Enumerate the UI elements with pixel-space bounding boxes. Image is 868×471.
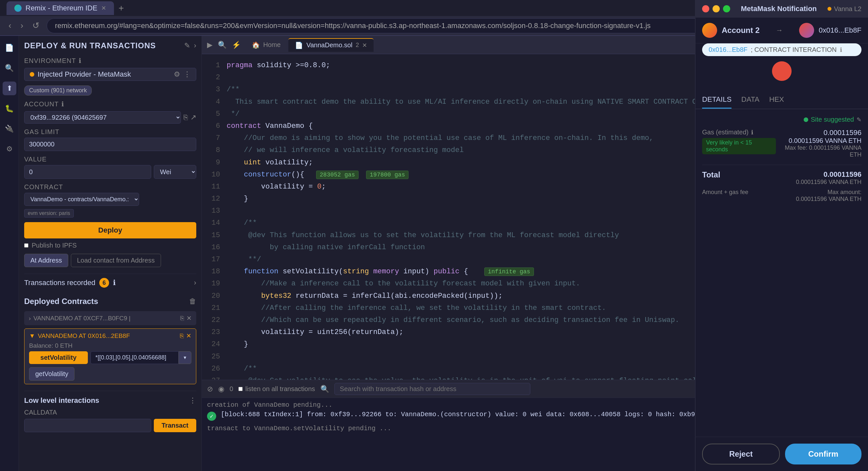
console-clear-icon[interactable]: ⊘ (207, 385, 213, 393)
network-dot (30, 72, 34, 77)
transactions-label: Transactions recorded (24, 278, 95, 287)
mm-gas-left: Gas (estimated) ℹ Very likely in < 15 se… (702, 129, 776, 154)
icon-bar-plugin[interactable]: 🔌 (3, 122, 16, 136)
mm-contract-avatar (799, 23, 814, 38)
info-icon: ℹ (79, 57, 82, 65)
contract-group: CONTRACT VannaDemo - contracts/VannaDemo… (24, 183, 196, 217)
set-volatility-input[interactable] (90, 351, 179, 364)
mm-network: Vanna L2 (828, 5, 862, 13)
load-contract-button[interactable]: Load contact from Address (71, 254, 161, 267)
mm-traffic-lights (702, 5, 730, 12)
contract-1-close[interactable]: ✕ (186, 314, 192, 322)
mm-total-value: 0.00011596 0.00011596 VANNA ETH (796, 170, 862, 186)
mm-interaction-badge: 0x016...Eb8F ; CONTRACT INTERACTION ℹ (702, 43, 862, 56)
forward-button[interactable]: › (19, 19, 26, 33)
deploy-button[interactable]: Deploy (24, 222, 196, 238)
contract-2-copy[interactable]: ⎘ (180, 332, 184, 340)
external-link-icon[interactable]: ↗ (190, 113, 196, 122)
mm-gas-label: Gas (estimated) ℹ (702, 129, 776, 136)
low-level-title: Low level interactions (24, 396, 99, 405)
account-select[interactable]: 0xf39...92266 (904625697 (24, 111, 181, 124)
expand-icon[interactable]: › (194, 41, 196, 50)
tab-vannademo[interactable]: 📄 VannaDemo.sol 2 ✕ (288, 38, 374, 52)
delete-icon[interactable]: 🗑 (189, 297, 196, 306)
icon-bar: 📄 🔍 ⬆ 🐛 🔌 ⚙ (0, 36, 19, 471)
mm-content: Site suggested ✎ Gas (estimated) ℹ Very … (695, 109, 868, 437)
icon-bar-settings[interactable]: ⚙ (3, 142, 16, 156)
tx-expand-icon[interactable]: › (194, 278, 196, 287)
mm-divider (702, 165, 862, 165)
mm-title: MetaMask Notification (741, 5, 817, 13)
contract-1-label: VANNADEMO AT 0XCF7...B0FC9 | (33, 315, 130, 322)
gas-limit-input[interactable] (24, 138, 196, 151)
environment-select[interactable]: Injected Provider - MetaMask ⚙ ⋮ (24, 68, 196, 81)
mm-tab-data[interactable]: DATA (741, 91, 759, 109)
edit-icon[interactable]: ✎ (184, 41, 190, 50)
at-address-button[interactable]: At Address (24, 254, 68, 267)
icon-bar-search[interactable]: 🔍 (3, 61, 16, 75)
analyze-icon[interactable]: ⚡ (232, 41, 241, 49)
tab-home[interactable]: 🏠 Home (245, 38, 287, 52)
transact-button[interactable]: Transact (154, 419, 196, 432)
home-icon: 🏠 (252, 41, 260, 49)
set-volatility-button[interactable]: setVolatility (29, 351, 88, 364)
mm-maximize-dot[interactable] (723, 5, 730, 12)
refresh-button[interactable]: ↺ (30, 19, 41, 33)
contract-item-1-header[interactable]: › VANNADEMO AT 0XCF7...B0FC9 | ⎘ ✕ (29, 314, 192, 322)
contract-1-expand[interactable]: › (29, 315, 31, 322)
mm-close-dot[interactable] (702, 5, 709, 12)
mm-likely-badge: Very likely in < 15 seconds (702, 138, 776, 154)
browser-tab-remix[interactable]: Remix - Ethereum IDE ✕ (6, 1, 114, 15)
contract-item-2-header[interactable]: ▼ VANNADEMO AT 0X016...2EB8F ⎘ ✕ (29, 332, 191, 340)
deploy-panel: DEPLOY & RUN TRANSACTIONS ✎ › ENVIRONMEN… (19, 36, 202, 471)
mm-tab-details[interactable]: DETAILS (702, 91, 732, 109)
more-icon[interactable]: ⋮ (184, 70, 191, 78)
mm-site-label: Site suggested (811, 116, 854, 123)
contract-select[interactable]: VannaDemo - contracts/VannaDemo.: (24, 193, 139, 206)
console-stream-icon[interactable]: ◉ (218, 385, 224, 393)
icon-bar-debug[interactable]: 🐛 (3, 102, 16, 115)
mm-account-row: Account 2 → 0x016...Eb8F (695, 18, 868, 43)
icon-bar-deploy[interactable]: ⬆ (3, 81, 16, 95)
value-input[interactable] (24, 165, 151, 179)
transactions-left: Transactions recorded 6 ℹ (24, 278, 116, 288)
mm-edit-icon[interactable]: ✎ (857, 116, 862, 123)
copy-icon[interactable]: ⎘ (184, 113, 188, 122)
set-volatility-row: setVolatility ▼ (29, 351, 191, 364)
low-level-more[interactable]: ⋮ (189, 396, 196, 405)
set-volatility-dropdown[interactable]: ▼ (179, 351, 191, 364)
mm-total-label: Total (702, 170, 720, 179)
tab-favicon (14, 5, 22, 12)
mm-amount-label: Amount + gas fee (702, 189, 748, 203)
publish-ipfs-checkbox[interactable] (24, 243, 28, 247)
console-search-input[interactable] (334, 383, 530, 395)
deployed-contracts-header: Deployed Contracts 🗑 (24, 297, 196, 306)
file-tab-close[interactable]: ✕ (362, 42, 367, 49)
contract-1-copy[interactable]: ⎘ (180, 315, 184, 322)
back-button[interactable]: ‹ (6, 19, 13, 33)
mm-amount-value: Max amount: 0.00011596 VANNA ETH (796, 189, 862, 203)
get-volatility-button[interactable]: getVolatility (29, 367, 74, 381)
icon-bar-files[interactable]: 📄 (3, 41, 16, 55)
calldata-input[interactable] (24, 419, 151, 432)
console-search-icon[interactable]: 🔍 (320, 385, 329, 393)
contract-2-collapse[interactable]: ▼ (29, 332, 35, 340)
file-tab-count: 2 (355, 42, 359, 48)
mm-confirm-button[interactable]: Confirm (785, 444, 862, 465)
mm-minimize-dot[interactable] (713, 5, 720, 12)
tab-close-icon[interactable]: ✕ (101, 5, 106, 12)
mm-interaction-addr: 0x016...Eb8F (709, 46, 747, 54)
mm-tab-hex[interactable]: HEX (769, 91, 784, 109)
mm-contract-icon (772, 61, 792, 81)
unit-select[interactable]: Wei (154, 165, 196, 179)
listen-all-checkbox[interactable] (238, 387, 243, 391)
mm-account-left: Account 2 (702, 23, 760, 38)
mm-reject-button[interactable]: Reject (702, 444, 780, 465)
run-icon[interactable]: ▶ (207, 41, 213, 49)
new-tab-button[interactable]: + (115, 2, 127, 14)
search-code-icon[interactable]: 🔍 (218, 41, 227, 49)
contract-2-close[interactable]: ✕ (186, 332, 191, 340)
mm-network-dot (828, 7, 831, 11)
file-tab-label: VannaDemo.sol (306, 41, 352, 49)
settings-icon[interactable]: ⚙ (174, 70, 180, 78)
